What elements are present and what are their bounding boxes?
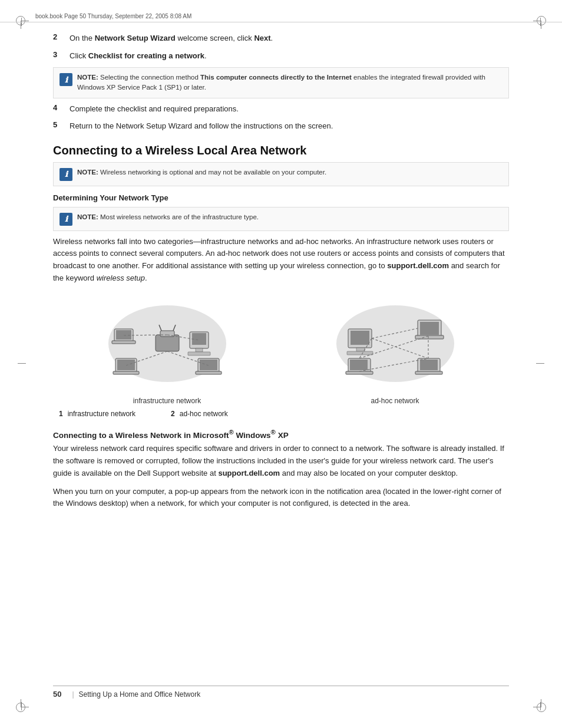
note-text-3: NOTE: Most wireless networks are of the …: [77, 212, 259, 222]
adhoc-diagram: ad-hoc network: [330, 297, 460, 405]
section-heading: Connecting to a Wireless Local Area Netw…: [53, 144, 509, 157]
crosshair-r: [536, 363, 544, 364]
svg-rect-19: [112, 341, 135, 344]
svg-rect-31: [415, 371, 442, 374]
subsection-heading-1: Determining Your Network Type: [53, 193, 509, 202]
diagrams-row: infrastructure network: [53, 297, 509, 405]
svg-rect-6: [113, 371, 139, 374]
svg-rect-24: [351, 331, 369, 345]
svg-rect-10: [200, 360, 217, 370]
header-bar: book.book Page 50 Thursday, September 22…: [0, 11, 562, 22]
step-2-text: On the Network Setup Wizard welcome scre…: [70, 32, 273, 44]
body-text-2: Your wireless network card requires spec…: [53, 443, 509, 479]
footer-page-num: 50: [53, 690, 61, 699]
svg-rect-20: [116, 330, 131, 340]
note-icon-2: ℹ: [59, 168, 72, 181]
svg-rect-28: [415, 335, 444, 339]
infrastructure-svg: [103, 297, 232, 391]
circle-bl: [16, 703, 25, 712]
caption-2: 2 ad-hoc network: [171, 410, 228, 418]
caption-1-text: infrastructure network: [68, 410, 135, 418]
svg-rect-14: [188, 352, 210, 355]
note-icon-1: ℹ: [59, 73, 72, 86]
svg-rect-29: [420, 322, 439, 335]
crosshair-l: [18, 363, 26, 364]
caption-1: 1 infrastructure network: [59, 410, 135, 418]
svg-rect-34: [346, 371, 373, 374]
svg-rect-25: [356, 348, 365, 351]
caption-2-num: 2: [171, 410, 175, 418]
step-3-num: 3: [53, 50, 67, 59]
adhoc-svg: [330, 297, 460, 391]
body-text-1: Wireless networks fall into two categori…: [53, 236, 509, 285]
caption-1-num: 1: [59, 410, 63, 418]
main-content: 2 On the Network Setup Wizard welcome sc…: [53, 32, 509, 516]
svg-rect-12: [192, 333, 206, 345]
footer: 50 | Setting Up a Home and Office Networ…: [53, 686, 509, 699]
note-box-2: ℹ NOTE: Wireless networking is optional …: [53, 162, 509, 186]
footer-text: Setting Up a Home and Office Network: [79, 690, 201, 699]
note-text-1: NOTE: Selecting the connection method Th…: [77, 73, 503, 93]
page: book.book Page 50 Thursday, September 22…: [0, 0, 562, 728]
note-icon-3: ℹ: [59, 213, 72, 226]
svg-rect-1: [156, 335, 179, 351]
note-box-1: ℹ NOTE: Selecting the connection method …: [53, 67, 509, 98]
svg-rect-13: [196, 348, 203, 352]
svg-rect-7: [117, 360, 135, 370]
step-3-text: Click Checklist for creating a network.: [70, 50, 207, 62]
step-3: 3 Click Checklist for creating a network…: [53, 50, 509, 62]
subsection-heading-2: Connecting to a Wireless Network in Micr…: [53, 429, 509, 440]
step-4-text: Complete the checklist and required prep…: [70, 103, 239, 115]
step-5: 5 Return to the Network Setup Wizard and…: [53, 120, 509, 132]
step-4: 4 Complete the checklist and required pr…: [53, 103, 509, 115]
adhoc-label: ad-hoc network: [371, 397, 419, 405]
step-4-num: 4: [53, 103, 67, 112]
svg-rect-35: [350, 360, 368, 370]
svg-rect-32: [420, 360, 438, 370]
step-2-num: 2: [53, 32, 67, 41]
infrastructure-diagram: infrastructure network: [103, 297, 232, 405]
caption-2-text: ad-hoc network: [180, 410, 228, 418]
footer-separator: |: [72, 690, 74, 699]
note-box-3: ℹ NOTE: Most wireless networks are of th…: [53, 207, 509, 231]
step-2: 2 On the Network Setup Wizard welcome sc…: [53, 32, 509, 44]
step-5-text: Return to the Network Setup Wizard and f…: [70, 120, 333, 132]
body-text-3: When you turn on your computer, a pop-up…: [53, 486, 509, 510]
svg-rect-9: [196, 371, 222, 374]
svg-rect-26: [347, 351, 373, 355]
circle-br: [537, 703, 546, 712]
step-5-num: 5: [53, 120, 67, 129]
caption-row: 1 infrastructure network 2 ad-hoc networ…: [59, 410, 509, 418]
note-text-2: NOTE: Wireless networking is optional an…: [77, 167, 326, 177]
infrastructure-label: infrastructure network: [133, 397, 201, 405]
header-text: book.book Page 50 Thursday, September 22…: [35, 13, 191, 19]
